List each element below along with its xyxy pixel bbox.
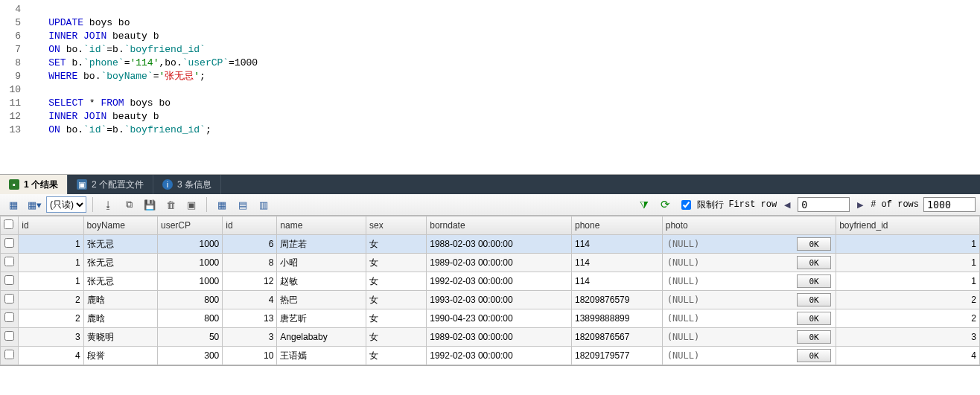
cell-boyname[interactable]: 张无忌 (83, 235, 157, 254)
row-checkbox[interactable] (4, 312, 14, 322)
view-mode-row-icon[interactable]: ▤ (234, 196, 252, 213)
cell-sex[interactable]: 女 (366, 347, 427, 365)
cell-usercp[interactable]: 800 (158, 291, 223, 309)
cell-usercp[interactable]: 1000 (158, 272, 223, 291)
photo-size-button[interactable]: 0K (797, 237, 831, 251)
limit-rows-checkbox[interactable] (681, 200, 691, 210)
cell-name[interactable]: 王语嫣 (277, 347, 366, 365)
cell-id[interactable]: 2 (19, 309, 83, 328)
cell-borndate[interactable]: 1988-02-03 00:00:00 (427, 235, 572, 254)
num-rows-input[interactable] (923, 197, 976, 212)
cell-photo[interactable]: (NULL)0K (662, 347, 836, 365)
cell-id2[interactable]: 13 (223, 309, 277, 328)
cell-borndate[interactable]: 1989-02-03 00:00:00 (427, 254, 572, 272)
sql-editor[interactable]: 45678910111213 UPDATE boys bo INNER JOIN… (0, 0, 980, 175)
cell-photo[interactable]: (NULL)0K (662, 309, 836, 328)
cell-sex[interactable]: 女 (366, 328, 427, 347)
photo-size-button[interactable]: 0K (797, 349, 831, 362)
cell-borndate[interactable]: 1992-02-03 00:00:00 (427, 272, 572, 291)
filter-icon[interactable]: ⧩ (635, 196, 653, 213)
cell-sex[interactable]: 女 (366, 309, 427, 328)
cell-id[interactable]: 1 (19, 272, 83, 291)
cell-sex[interactable]: 女 (366, 291, 427, 309)
cell-borndate[interactable]: 1993-02-03 00:00:00 (427, 291, 572, 309)
row-checkbox-cell[interactable] (1, 347, 19, 365)
cell-boyfriend-id[interactable]: 1 (836, 235, 980, 254)
cell-id2[interactable]: 8 (223, 254, 277, 272)
row-checkbox-cell[interactable] (1, 291, 19, 309)
cell-phone[interactable]: 18209179577 (572, 347, 663, 365)
cell-id2[interactable]: 4 (223, 291, 277, 309)
column-header[interactable]: boyfriend_id (836, 216, 980, 235)
editor-code[interactable]: UPDATE boys bo INNER JOIN beauty b ON bo… (25, 3, 258, 167)
cell-boyfriend-id[interactable]: 1 (836, 254, 980, 272)
table-row[interactable]: 2鹿晗80013唐艺昕女1990-04-23 00:00:00138998888… (1, 309, 980, 328)
cell-phone[interactable]: 18209876579 (572, 291, 663, 309)
cell-phone[interactable]: 13899888899 (572, 309, 663, 328)
row-checkbox-cell[interactable] (1, 254, 19, 272)
cell-borndate[interactable]: 1990-04-23 00:00:00 (427, 309, 572, 328)
results-grid-wrap[interactable]: id boyName userCP id name sex borndate p… (0, 216, 980, 366)
cell-usercp[interactable]: 300 (158, 347, 223, 365)
column-header[interactable]: borndate (427, 216, 572, 235)
row-checkbox[interactable] (4, 238, 14, 248)
column-header[interactable]: userCP (158, 216, 223, 235)
grid-view-icon[interactable]: ▦ (4, 196, 22, 213)
save-icon[interactable]: 💾 (141, 196, 159, 213)
photo-size-button[interactable]: 0K (797, 256, 831, 269)
row-checkbox[interactable] (4, 350, 14, 359)
cell-name[interactable]: 唐艺昕 (277, 309, 366, 328)
cell-name[interactable]: 赵敏 (277, 272, 366, 291)
cell-photo[interactable]: (NULL)0K (662, 235, 836, 254)
view-mode-grid-icon[interactable]: ▦ (213, 196, 231, 213)
cell-sex[interactable]: 女 (366, 254, 427, 272)
cell-id2[interactable]: 6 (223, 235, 277, 254)
table-row[interactable]: 1张无忌100012赵敏女1992-02-03 00:00:00114(NULL… (1, 272, 980, 291)
first-row-next-icon[interactable]: ▶ (854, 199, 866, 211)
table-row[interactable]: 3黄晓明503Angelababy女1989-02-03 00:00:00182… (1, 328, 980, 347)
cell-boyfriend-id[interactable]: 4 (836, 347, 980, 365)
row-checkbox-cell[interactable] (1, 235, 19, 254)
cell-sex[interactable]: 女 (366, 235, 427, 254)
column-header[interactable]: boyName (83, 216, 157, 235)
tab-results[interactable]: ▪ 1 个结果 (0, 175, 68, 194)
delete-icon[interactable]: 🗑 (162, 196, 179, 213)
cell-borndate[interactable]: 1992-02-03 00:00:00 (427, 347, 572, 365)
tab-profiles[interactable]: ▣ 2 个配置文件 (68, 175, 153, 194)
row-checkbox-cell[interactable] (1, 328, 19, 347)
cell-photo[interactable]: (NULL)0K (662, 328, 836, 347)
cell-id[interactable]: 3 (19, 328, 83, 347)
cell-name[interactable]: 热巴 (277, 291, 366, 309)
cell-id2[interactable]: 12 (223, 272, 277, 291)
column-header[interactable]: id (19, 216, 83, 235)
copy-icon[interactable]: ⧉ (120, 196, 138, 213)
cell-name[interactable]: Angelababy (277, 328, 366, 347)
table-row[interactable]: 2鹿晗8004热巴女1993-02-03 00:00:0018209876579… (1, 291, 980, 309)
cell-boyname[interactable]: 段誉 (83, 347, 157, 365)
cell-id[interactable]: 4 (19, 347, 83, 365)
column-header[interactable]: phone (572, 216, 663, 235)
insert-icon[interactable]: ▣ (182, 196, 200, 213)
column-header[interactable]: name (277, 216, 366, 235)
row-checkbox-cell[interactable] (1, 272, 19, 291)
cell-id2[interactable]: 3 (223, 328, 277, 347)
cell-phone[interactable]: 114 (572, 272, 663, 291)
cell-boyfriend-id[interactable]: 2 (836, 291, 980, 309)
cell-usercp[interactable]: 50 (158, 328, 223, 347)
table-row[interactable]: 1张无忌10008小昭女1989-02-03 00:00:00114(NULL)… (1, 254, 980, 272)
readonly-select[interactable]: (只读) (46, 196, 86, 213)
photo-size-button[interactable]: 0K (797, 293, 831, 306)
cell-boyname[interactable]: 黄晓明 (83, 328, 157, 347)
cell-id[interactable]: 1 (19, 235, 83, 254)
cell-sex[interactable]: 女 (366, 272, 427, 291)
row-checkbox-cell[interactable] (1, 309, 19, 328)
cell-boyname[interactable]: 张无忌 (83, 272, 157, 291)
cell-boyname[interactable]: 张无忌 (83, 254, 157, 272)
photo-size-button[interactable]: 0K (797, 274, 831, 288)
row-checkbox[interactable] (4, 294, 14, 304)
column-header-checkbox[interactable] (1, 216, 19, 235)
export-icon[interactable]: ⭳ (99, 196, 117, 213)
cell-phone[interactable]: 114 (572, 254, 663, 272)
column-header[interactable]: sex (366, 216, 427, 235)
cell-usercp[interactable]: 1000 (158, 235, 223, 254)
